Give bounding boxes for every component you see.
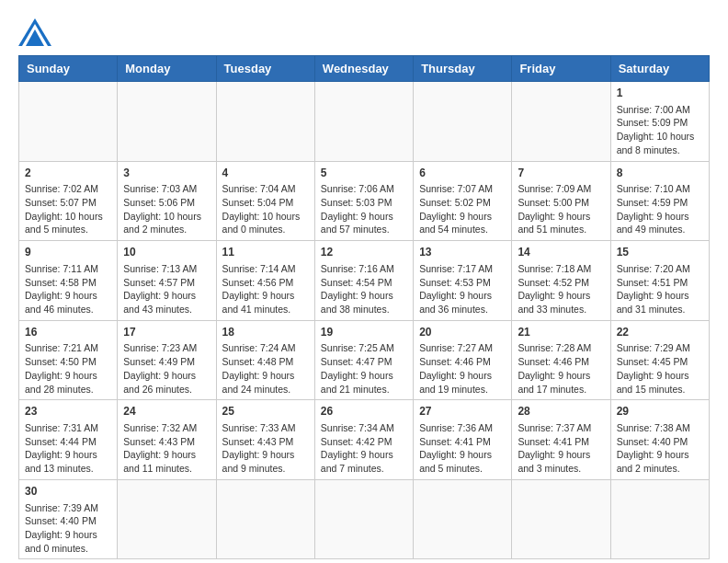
day-number: 16 bbox=[25, 325, 111, 340]
cell-content: and 46 minutes. bbox=[25, 303, 111, 316]
cell-content: Daylight: 10 hours bbox=[25, 210, 111, 224]
cell-content: Sunrise: 7:25 AM bbox=[321, 341, 407, 355]
day-header-sunday: Sunday bbox=[19, 56, 118, 82]
cell-content: Daylight: 9 hours bbox=[518, 369, 604, 383]
calendar-cell: 13Sunrise: 7:17 AMSunset: 4:53 PMDayligh… bbox=[414, 241, 512, 321]
cell-content: Sunset: 4:40 PM bbox=[617, 435, 703, 449]
cell-content: and 2 minutes. bbox=[617, 462, 703, 476]
calendar-cell: 24Sunrise: 7:32 AMSunset: 4:43 PMDayligh… bbox=[118, 400, 216, 480]
day-number: 27 bbox=[419, 404, 506, 419]
cell-content: Sunset: 4:46 PM bbox=[419, 355, 506, 369]
calendar-week-row: 9Sunrise: 7:11 AMSunset: 4:58 PMDaylight… bbox=[19, 241, 710, 321]
cell-content: Daylight: 9 hours bbox=[518, 210, 604, 224]
cell-content: Sunset: 5:09 PM bbox=[617, 116, 703, 130]
cell-content: Daylight: 9 hours bbox=[222, 448, 309, 462]
day-number: 30 bbox=[25, 484, 111, 500]
cell-content: Daylight: 9 hours bbox=[222, 369, 309, 383]
cell-content: Daylight: 9 hours bbox=[419, 210, 506, 224]
cell-content: Daylight: 10 hours bbox=[617, 130, 703, 144]
calendar-cell: 29Sunrise: 7:38 AMSunset: 4:40 PMDayligh… bbox=[610, 400, 709, 480]
calendar-week-row: 1Sunrise: 7:00 AMSunset: 5:09 PMDaylight… bbox=[19, 82, 710, 162]
calendar-cell: 17Sunrise: 7:23 AMSunset: 4:49 PMDayligh… bbox=[118, 320, 216, 400]
calendar-cell bbox=[314, 479, 413, 559]
cell-content: Daylight: 9 hours bbox=[123, 369, 210, 383]
cell-content: Sunrise: 7:06 AM bbox=[321, 182, 407, 196]
day-number: 28 bbox=[518, 404, 604, 419]
calendar-cell bbox=[216, 82, 314, 162]
cell-content: and 49 minutes. bbox=[617, 223, 703, 236]
cell-content: Sunset: 4:41 PM bbox=[419, 435, 506, 449]
cell-content: and 3 minutes. bbox=[518, 462, 604, 476]
day-number: 26 bbox=[321, 404, 407, 419]
cell-content: and 11 minutes. bbox=[123, 462, 210, 476]
cell-content: Sunset: 4:57 PM bbox=[123, 276, 210, 290]
calendar-week-row: 23Sunrise: 7:31 AMSunset: 4:44 PMDayligh… bbox=[19, 400, 710, 480]
cell-content: Sunset: 4:53 PM bbox=[419, 276, 506, 290]
calendar-cell bbox=[610, 479, 709, 559]
cell-content: Daylight: 9 hours bbox=[617, 369, 703, 383]
cell-content: Sunrise: 7:31 AM bbox=[25, 421, 111, 435]
day-header-thursday: Thursday bbox=[414, 56, 512, 82]
cell-content: Sunrise: 7:21 AM bbox=[25, 341, 111, 355]
day-number: 3 bbox=[123, 166, 210, 181]
day-number: 7 bbox=[518, 166, 604, 181]
day-header-tuesday: Tuesday bbox=[216, 56, 314, 82]
day-number: 21 bbox=[518, 325, 604, 340]
cell-content: Sunrise: 7:36 AM bbox=[419, 421, 506, 435]
cell-content: Daylight: 9 hours bbox=[419, 448, 506, 462]
cell-content: Sunrise: 7:09 AM bbox=[518, 182, 604, 196]
cell-content: Sunrise: 7:10 AM bbox=[617, 182, 703, 196]
calendar-cell: 28Sunrise: 7:37 AMSunset: 4:41 PMDayligh… bbox=[512, 400, 610, 480]
cell-content: and 26 minutes. bbox=[123, 383, 210, 396]
cell-content: Daylight: 9 hours bbox=[617, 210, 703, 224]
day-number: 18 bbox=[222, 325, 309, 340]
cell-content: Sunrise: 7:23 AM bbox=[123, 341, 210, 355]
calendar-cell: 20Sunrise: 7:27 AMSunset: 4:46 PMDayligh… bbox=[414, 320, 512, 400]
calendar-cell: 8Sunrise: 7:10 AMSunset: 4:59 PMDaylight… bbox=[610, 161, 709, 241]
cell-content: Sunset: 4:54 PM bbox=[321, 276, 407, 290]
cell-content: Sunrise: 7:34 AM bbox=[321, 421, 407, 435]
calendar-cell: 21Sunrise: 7:28 AMSunset: 4:46 PMDayligh… bbox=[512, 320, 610, 400]
cell-content: Sunrise: 7:38 AM bbox=[617, 421, 703, 435]
day-number: 17 bbox=[123, 325, 210, 340]
day-number: 6 bbox=[419, 166, 506, 181]
calendar-cell: 10Sunrise: 7:13 AMSunset: 4:57 PMDayligh… bbox=[118, 241, 216, 321]
cell-content: Sunset: 4:48 PM bbox=[222, 355, 309, 369]
cell-content: Sunrise: 7:04 AM bbox=[222, 182, 309, 196]
cell-content: Daylight: 9 hours bbox=[617, 448, 703, 462]
calendar-cell bbox=[512, 82, 610, 162]
cell-content: Sunrise: 7:37 AM bbox=[518, 421, 604, 435]
cell-content: Sunrise: 7:16 AM bbox=[321, 262, 407, 276]
day-number: 14 bbox=[518, 245, 604, 260]
calendar-cell: 6Sunrise: 7:07 AMSunset: 5:02 PMDaylight… bbox=[414, 161, 512, 241]
day-header-friday: Friday bbox=[512, 56, 610, 82]
day-header-saturday: Saturday bbox=[610, 56, 709, 82]
calendar-cell: 14Sunrise: 7:18 AMSunset: 4:52 PMDayligh… bbox=[512, 241, 610, 321]
cell-content: and 9 minutes. bbox=[222, 462, 309, 476]
cell-content: Sunset: 4:56 PM bbox=[222, 276, 309, 290]
cell-content: Daylight: 9 hours bbox=[123, 289, 210, 303]
day-number: 20 bbox=[419, 325, 506, 340]
calendar: SundayMondayTuesdayWednesdayThursdayFrid… bbox=[18, 55, 710, 559]
cell-content: Sunrise: 7:24 AM bbox=[222, 341, 309, 355]
calendar-cell: 12Sunrise: 7:16 AMSunset: 4:54 PMDayligh… bbox=[314, 241, 413, 321]
calendar-cell: 4Sunrise: 7:04 AMSunset: 5:04 PMDaylight… bbox=[216, 161, 314, 241]
cell-content: and 24 minutes. bbox=[222, 383, 309, 396]
cell-content: Sunset: 4:50 PM bbox=[25, 355, 111, 369]
calendar-cell bbox=[512, 479, 610, 559]
cell-content: and 8 minutes. bbox=[617, 144, 703, 157]
day-number: 19 bbox=[321, 325, 407, 340]
calendar-cell: 16Sunrise: 7:21 AMSunset: 4:50 PMDayligh… bbox=[19, 320, 118, 400]
cell-content: Sunset: 4:40 PM bbox=[25, 514, 111, 528]
logo bbox=[18, 18, 55, 46]
cell-content: Sunrise: 7:14 AM bbox=[222, 262, 309, 276]
cell-content: Sunrise: 7:18 AM bbox=[518, 262, 604, 276]
day-number: 23 bbox=[25, 404, 111, 419]
calendar-cell: 25Sunrise: 7:33 AMSunset: 4:43 PMDayligh… bbox=[216, 400, 314, 480]
cell-content: and 0 minutes. bbox=[222, 223, 309, 236]
cell-content: and 13 minutes. bbox=[25, 462, 111, 476]
day-number: 24 bbox=[123, 404, 210, 419]
cell-content: Daylight: 9 hours bbox=[25, 528, 111, 542]
cell-content: Daylight: 10 hours bbox=[222, 210, 309, 224]
cell-content: Sunset: 4:58 PM bbox=[25, 276, 111, 290]
